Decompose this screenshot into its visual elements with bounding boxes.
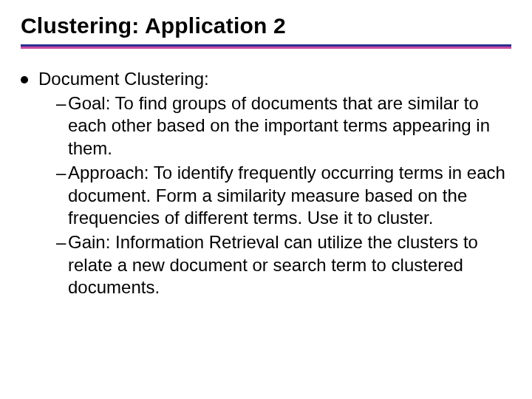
item-text: To find groups of documents that are sim… xyxy=(68,93,490,158)
bullet-heading: Document Clustering: xyxy=(38,69,209,89)
dash-icon: – xyxy=(56,162,68,185)
sub-bullet-list: – Goal: To find groups of documents that… xyxy=(56,92,511,299)
item-label: Gain: xyxy=(68,232,110,252)
dash-icon: – xyxy=(56,231,68,254)
item-text: Information Retrieval can utilize the cl… xyxy=(68,232,478,297)
dash-icon: – xyxy=(56,92,68,115)
item-label: Goal: xyxy=(68,93,110,113)
list-item: – Goal: To find groups of documents that… xyxy=(56,92,511,160)
slide-body: Document Clustering: – Goal: To find gro… xyxy=(21,68,511,299)
slide: Clustering: Application 2 Document Clust… xyxy=(0,0,532,399)
title-underline xyxy=(21,44,511,49)
page-title: Clustering: Application 2 xyxy=(21,13,511,38)
list-item: – Gain: Information Retrieval can utiliz… xyxy=(56,231,511,299)
bullet-dot-icon xyxy=(21,76,28,83)
list-item: – Approach: To identify frequently occur… xyxy=(56,162,511,230)
item-label: Approach: xyxy=(68,163,149,183)
bullet-level1: Document Clustering: – Goal: To find gro… xyxy=(21,68,511,299)
